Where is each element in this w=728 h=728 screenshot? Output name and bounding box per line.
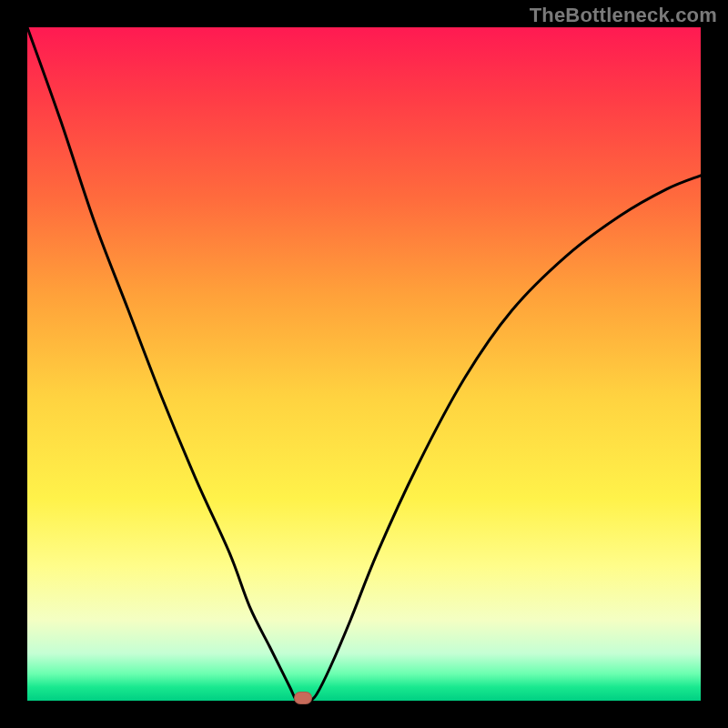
bottleneck-curve	[27, 27, 701, 701]
optimal-point-marker	[294, 692, 312, 704]
plot-area	[27, 27, 701, 701]
watermark-text: TheBottleneck.com	[530, 4, 717, 27]
chart-frame: TheBottleneck.com	[0, 0, 728, 728]
